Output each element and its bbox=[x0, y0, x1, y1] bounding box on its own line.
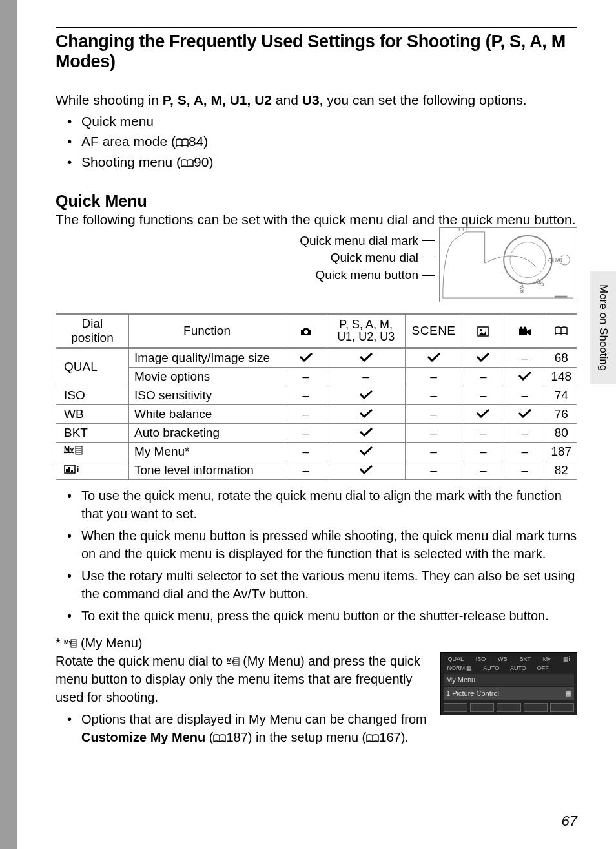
note-item: Use the rotary multi selector to set the… bbox=[67, 567, 577, 603]
intro-bullets: Quick menu AF area mode (84) Shooting me… bbox=[67, 112, 577, 173]
book-icon bbox=[213, 729, 226, 748]
book-icon bbox=[176, 133, 189, 152]
book-icon bbox=[181, 154, 194, 173]
my-menu-icon: My bbox=[227, 654, 240, 668]
lcd-preview: QUALISOWBBKTMy▦i NORM ▦AUTOAUTOOFF My Me… bbox=[440, 652, 577, 715]
th-scene: SCENE bbox=[405, 313, 462, 348]
my-menu-icon: My bbox=[64, 636, 77, 650]
book-icon bbox=[555, 324, 568, 339]
quick-menu-heading: Quick Menu bbox=[56, 192, 577, 211]
th-function: Function bbox=[128, 313, 285, 348]
book-icon bbox=[366, 729, 379, 748]
th-auto-icon bbox=[285, 313, 327, 348]
svg-text:QUAL: QUAL bbox=[548, 257, 564, 264]
svg-rect-10 bbox=[519, 329, 527, 335]
svg-text:My: My bbox=[64, 445, 74, 453]
table-row: ISOISO sensitivity––––74 bbox=[56, 386, 577, 404]
table-row: Movie options––––148 bbox=[56, 367, 577, 386]
th-dial: Dial position bbox=[56, 313, 129, 348]
movie-icon bbox=[518, 324, 531, 337]
quick-menu-table: Dial position Function P, S, A, M, U1, U… bbox=[56, 313, 577, 480]
my-menu-section: * My (My Menu) Rotate the quick menu dia… bbox=[56, 634, 577, 751]
note-item: To use the quick menu, rotate the quick … bbox=[67, 487, 577, 523]
svg-point-7 bbox=[304, 330, 308, 334]
svg-rect-20 bbox=[68, 467, 70, 472]
camera-icon bbox=[300, 324, 313, 337]
th-movie-icon bbox=[504, 313, 546, 348]
camera-body-illustration: QUAL ISO WB bbox=[439, 227, 577, 302]
svg-point-9 bbox=[480, 329, 482, 331]
svg-rect-0 bbox=[441, 229, 575, 301]
th-page-icon bbox=[546, 313, 577, 348]
mymenu-bullet: Options that are displayed in My Menu ca… bbox=[67, 710, 429, 748]
effects-icon bbox=[477, 324, 489, 337]
intro-text: While shooting in P, S, A, M, U1, U2 and… bbox=[56, 91, 577, 109]
page-title: Changing the Frequently Used Settings fo… bbox=[56, 32, 577, 72]
page-number: 67 bbox=[562, 813, 577, 830]
side-tab: More on Shooting bbox=[590, 271, 616, 384]
table-row: MyMy Menu*––––187 bbox=[56, 442, 577, 461]
svg-rect-21 bbox=[71, 470, 73, 472]
table-row: QUALImage quality/Image size–68 bbox=[56, 348, 577, 367]
quick-menu-desc: The following functions can be set with … bbox=[56, 212, 577, 227]
svg-rect-19 bbox=[66, 469, 68, 472]
th-psam: P, S, A, M, U1, U2, U3 bbox=[327, 313, 405, 348]
table-row: BKTAuto bracketing––––80 bbox=[56, 423, 577, 442]
svg-point-11 bbox=[519, 326, 522, 330]
note-item: To exit the quick menu, press the quick … bbox=[67, 607, 577, 625]
quick-menu-diagram: Quick menu dial mark Quick menu dial Qui… bbox=[56, 230, 577, 308]
usage-notes: To use the quick menu, rotate the quick … bbox=[67, 487, 577, 625]
svg-text:i: i bbox=[77, 465, 79, 474]
table-row: iTone level information––––82 bbox=[56, 461, 577, 479]
note-item: When the quick menu button is pressed wh… bbox=[67, 527, 577, 563]
th-sfx-icon bbox=[462, 313, 504, 348]
svg-point-12 bbox=[523, 326, 526, 330]
table-row: WBWhite balance––76 bbox=[56, 404, 577, 423]
